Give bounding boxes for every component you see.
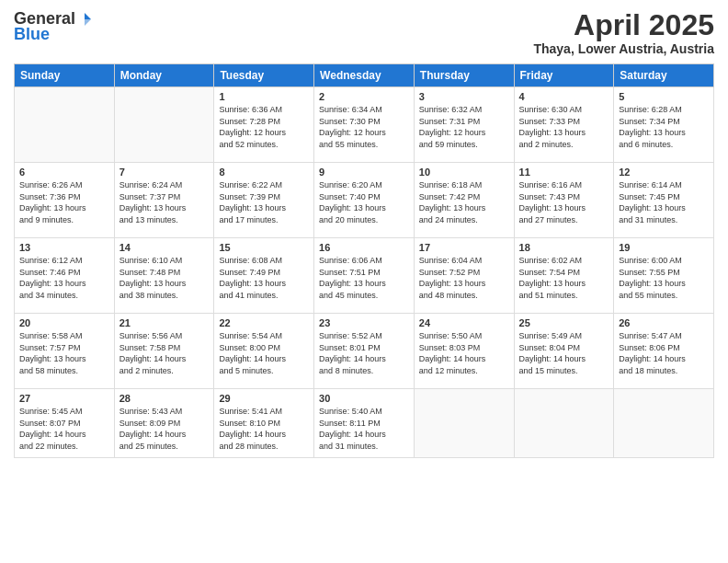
day-number: 25: [519, 317, 609, 328]
day-number: 16: [319, 242, 409, 253]
day-info: Sunrise: 6:02 AM Sunset: 7:54 PM Dayligh…: [519, 255, 609, 301]
day-info: Sunrise: 5:47 AM Sunset: 8:06 PM Dayligh…: [619, 330, 709, 376]
table-row: 24Sunrise: 5:50 AM Sunset: 8:03 PM Dayli…: [414, 314, 514, 389]
table-row: 22Sunrise: 5:54 AM Sunset: 8:00 PM Dayli…: [214, 314, 314, 389]
day-info: Sunrise: 5:52 AM Sunset: 8:01 PM Dayligh…: [319, 330, 409, 376]
day-info: Sunrise: 6:28 AM Sunset: 7:34 PM Dayligh…: [619, 104, 709, 150]
day-info: Sunrise: 5:49 AM Sunset: 8:04 PM Dayligh…: [519, 330, 609, 376]
table-row: 18Sunrise: 6:02 AM Sunset: 7:54 PM Dayli…: [514, 238, 614, 314]
day-number: 11: [519, 167, 609, 178]
day-info: Sunrise: 5:43 AM Sunset: 8:09 PM Dayligh…: [119, 406, 210, 452]
logo-flag-icon: [76, 11, 93, 28]
day-info: Sunrise: 6:34 AM Sunset: 7:30 PM Dayligh…: [319, 104, 409, 150]
day-number: 26: [619, 317, 709, 328]
table-row: 13Sunrise: 6:12 AM Sunset: 7:46 PM Dayli…: [15, 238, 115, 314]
day-info: Sunrise: 6:06 AM Sunset: 7:51 PM Dayligh…: [319, 255, 409, 301]
day-info: Sunrise: 6:26 AM Sunset: 7:36 PM Dayligh…: [19, 179, 109, 225]
day-info: Sunrise: 6:36 AM Sunset: 7:28 PM Dayligh…: [219, 104, 309, 150]
table-row: 3Sunrise: 6:32 AM Sunset: 7:31 PM Daylig…: [414, 87, 514, 163]
table-row: 10Sunrise: 6:18 AM Sunset: 7:42 PM Dayli…: [414, 163, 514, 238]
day-number: 14: [119, 242, 210, 253]
table-row: [114, 87, 214, 163]
day-info: Sunrise: 6:00 AM Sunset: 7:55 PM Dayligh…: [619, 255, 709, 301]
table-row: 21Sunrise: 5:56 AM Sunset: 7:58 PM Dayli…: [114, 314, 214, 389]
day-number: 27: [19, 393, 109, 404]
day-info: Sunrise: 6:10 AM Sunset: 7:48 PM Dayligh…: [119, 255, 210, 301]
table-row: 8Sunrise: 6:22 AM Sunset: 7:39 PM Daylig…: [214, 163, 314, 238]
table-row: 15Sunrise: 6:08 AM Sunset: 7:49 PM Dayli…: [214, 238, 314, 314]
table-row: 6Sunrise: 6:26 AM Sunset: 7:36 PM Daylig…: [15, 163, 115, 238]
table-row: [15, 87, 115, 163]
day-number: 3: [419, 91, 509, 102]
table-row: 25Sunrise: 5:49 AM Sunset: 8:04 PM Dayli…: [514, 314, 614, 389]
table-row: 17Sunrise: 6:04 AM Sunset: 7:52 PM Dayli…: [414, 238, 514, 314]
table-row: 12Sunrise: 6:14 AM Sunset: 7:45 PM Dayli…: [614, 163, 714, 238]
table-row: [514, 389, 614, 458]
day-info: Sunrise: 6:16 AM Sunset: 7:43 PM Dayligh…: [519, 179, 609, 225]
table-row: 7Sunrise: 6:24 AM Sunset: 7:37 PM Daylig…: [114, 163, 214, 238]
title-block: April 2025 Thaya, Lower Austria, Austria: [533, 9, 714, 56]
day-number: 22: [219, 317, 309, 328]
day-number: 18: [519, 242, 609, 253]
table-row: 2Sunrise: 6:34 AM Sunset: 7:30 PM Daylig…: [314, 87, 415, 163]
table-row: 14Sunrise: 6:10 AM Sunset: 7:48 PM Dayli…: [114, 238, 214, 314]
table-row: 23Sunrise: 5:52 AM Sunset: 8:01 PM Dayli…: [314, 314, 415, 389]
svg-marker-0: [85, 13, 91, 19]
day-info: Sunrise: 5:41 AM Sunset: 8:10 PM Dayligh…: [219, 406, 309, 452]
day-number: 28: [119, 393, 210, 404]
day-number: 12: [619, 167, 709, 178]
table-row: 26Sunrise: 5:47 AM Sunset: 8:06 PM Dayli…: [614, 314, 714, 389]
day-number: 7: [119, 167, 210, 178]
table-row: 27Sunrise: 5:45 AM Sunset: 8:07 PM Dayli…: [15, 389, 115, 458]
month-title: April 2025: [533, 9, 714, 41]
calendar-table: Sunday Monday Tuesday Wednesday Thursday…: [14, 63, 714, 458]
logo: General Blue: [14, 9, 94, 44]
day-info: Sunrise: 5:58 AM Sunset: 7:57 PM Dayligh…: [19, 330, 109, 376]
day-number: 10: [419, 167, 509, 178]
day-number: 6: [19, 167, 109, 178]
day-info: Sunrise: 6:04 AM Sunset: 7:52 PM Dayligh…: [419, 255, 509, 301]
day-info: Sunrise: 6:12 AM Sunset: 7:46 PM Dayligh…: [19, 255, 109, 301]
day-info: Sunrise: 6:24 AM Sunset: 7:37 PM Dayligh…: [119, 179, 210, 225]
day-number: 17: [419, 242, 509, 253]
day-number: 4: [519, 91, 609, 102]
day-number: 24: [419, 317, 509, 328]
table-row: [414, 389, 514, 458]
day-info: Sunrise: 5:50 AM Sunset: 8:03 PM Dayligh…: [419, 330, 509, 376]
day-number: 2: [319, 91, 409, 102]
day-info: Sunrise: 6:20 AM Sunset: 7:40 PM Dayligh…: [319, 179, 409, 225]
table-row: 28Sunrise: 5:43 AM Sunset: 8:09 PM Dayli…: [114, 389, 214, 458]
day-number: 20: [19, 317, 109, 328]
table-row: 30Sunrise: 5:40 AM Sunset: 8:11 PM Dayli…: [314, 389, 415, 458]
day-info: Sunrise: 5:45 AM Sunset: 8:07 PM Dayligh…: [19, 406, 109, 452]
col-saturday: Saturday: [614, 64, 714, 87]
day-info: Sunrise: 5:54 AM Sunset: 8:00 PM Dayligh…: [219, 330, 309, 376]
header: General Blue April 2025 Thaya, Lower Aus…: [14, 9, 714, 56]
day-info: Sunrise: 6:30 AM Sunset: 7:33 PM Dayligh…: [519, 104, 609, 150]
table-row: 29Sunrise: 5:41 AM Sunset: 8:10 PM Dayli…: [214, 389, 314, 458]
day-info: Sunrise: 5:40 AM Sunset: 8:11 PM Dayligh…: [319, 406, 409, 452]
table-row: 1Sunrise: 6:36 AM Sunset: 7:28 PM Daylig…: [214, 87, 314, 163]
day-number: 5: [619, 91, 709, 102]
col-friday: Friday: [514, 64, 614, 87]
table-row: 20Sunrise: 5:58 AM Sunset: 7:57 PM Dayli…: [15, 314, 115, 389]
day-info: Sunrise: 6:18 AM Sunset: 7:42 PM Dayligh…: [419, 179, 509, 225]
table-row: 5Sunrise: 6:28 AM Sunset: 7:34 PM Daylig…: [614, 87, 714, 163]
col-tuesday: Tuesday: [214, 64, 314, 87]
day-number: 9: [319, 167, 409, 178]
day-number: 19: [619, 242, 709, 253]
day-number: 1: [219, 91, 309, 102]
day-number: 13: [19, 242, 109, 253]
col-sunday: Sunday: [15, 64, 115, 87]
table-row: 11Sunrise: 6:16 AM Sunset: 7:43 PM Dayli…: [514, 163, 614, 238]
day-number: 29: [219, 393, 309, 404]
table-row: [614, 389, 714, 458]
day-info: Sunrise: 6:32 AM Sunset: 7:31 PM Dayligh…: [419, 104, 509, 150]
day-info: Sunrise: 6:14 AM Sunset: 7:45 PM Dayligh…: [619, 179, 709, 225]
col-monday: Monday: [114, 64, 214, 87]
calendar-header-row: Sunday Monday Tuesday Wednesday Thursday…: [15, 64, 714, 87]
day-info: Sunrise: 6:08 AM Sunset: 7:49 PM Dayligh…: [219, 255, 309, 301]
table-row: 9Sunrise: 6:20 AM Sunset: 7:40 PM Daylig…: [314, 163, 415, 238]
svg-marker-1: [85, 19, 91, 26]
page: General Blue April 2025 Thaya, Lower Aus…: [0, 0, 728, 563]
